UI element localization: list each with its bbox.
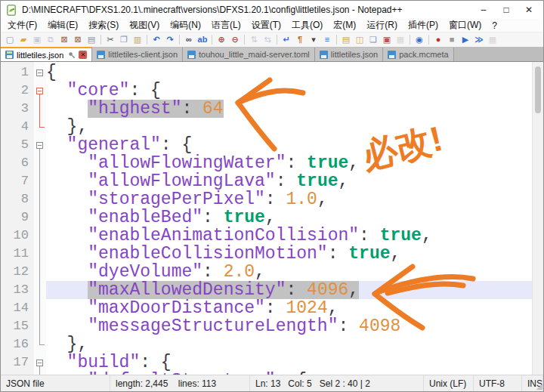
sync-vertical-scroll-icon[interactable]: ⇅ bbox=[248, 33, 260, 46]
cut-icon[interactable]: ✂ bbox=[104, 33, 116, 46]
tab-3[interactable]: littletiles.json bbox=[315, 48, 383, 61]
fold-marker[interactable] bbox=[34, 208, 46, 227]
zoom-out-icon[interactable]: ⊖ bbox=[229, 33, 241, 46]
code-line-17[interactable]: 17 "build": { bbox=[1, 353, 533, 372]
paste-icon[interactable]: ▥ bbox=[131, 33, 144, 46]
menu-item-0[interactable]: 文件(F) bbox=[2, 19, 42, 32]
close-all-icon[interactable]: ⊠ bbox=[72, 33, 84, 46]
document-map-icon[interactable]: ◫ bbox=[354, 33, 366, 46]
fold-collapse-icon[interactable] bbox=[36, 88, 43, 94]
close-tab-icon[interactable]: ✕ bbox=[79, 51, 87, 59]
code-line-5[interactable]: 5 "general": { bbox=[1, 136, 533, 154]
code-line-2[interactable]: 2 "core": { bbox=[1, 82, 533, 100]
menu-item-1[interactable]: 编辑(E) bbox=[42, 19, 83, 32]
scrollbar-thumb[interactable] bbox=[535, 66, 541, 113]
record-macro-icon[interactable]: ● bbox=[432, 33, 444, 46]
code-line-9[interactable]: 9 "enableBed": true, bbox=[1, 208, 533, 227]
pin-icon[interactable] bbox=[68, 51, 76, 59]
code-line-16[interactable]: 16 }, bbox=[1, 335, 533, 353]
save-icon[interactable]: ▣ bbox=[31, 33, 43, 46]
fold-collapse-icon[interactable] bbox=[36, 69, 43, 76]
code-line-8[interactable]: 8 "storagePerPixel": 1.0, bbox=[1, 190, 533, 208]
resize-grip[interactable]: ◢ bbox=[536, 381, 542, 391]
menu-item-11[interactable]: 窗口(W) bbox=[444, 19, 487, 32]
code-line-11[interactable]: 11 "enableCollisionMotion": true, bbox=[1, 245, 533, 263]
tab-2[interactable]: touhou_little_maid-server.toml bbox=[183, 48, 315, 61]
code-line-7[interactable]: 7 "allowFlowingLava": true, bbox=[1, 172, 533, 190]
show-all-characters-icon[interactable]: ¶ bbox=[294, 33, 306, 46]
menu-item-7[interactable]: 工具(O) bbox=[286, 19, 328, 32]
open-folder-icon[interactable]: ▰ bbox=[17, 33, 29, 46]
preview-icon[interactable]: ◉ bbox=[413, 33, 425, 46]
document-list-icon[interactable]: ❏ bbox=[367, 33, 379, 46]
function-list-icon[interactable]: ▤ bbox=[340, 33, 352, 46]
file-monitor-icon[interactable]: ▣ bbox=[381, 33, 393, 46]
redo-icon[interactable]: ↷ bbox=[164, 33, 176, 46]
fold-marker[interactable] bbox=[34, 227, 46, 245]
menu-item-8[interactable]: 宏(M) bbox=[328, 19, 361, 32]
word-wrap-icon[interactable]: ↵ bbox=[280, 33, 292, 46]
fold-marker[interactable] bbox=[34, 63, 46, 82]
dropdown-arrow-icon[interactable]: ▾ bbox=[308, 33, 320, 46]
save-all-icon[interactable]: ⧉ bbox=[45, 33, 57, 46]
sync-horizontal-scroll-icon[interactable]: ⇆ bbox=[261, 33, 274, 46]
menu-item-9[interactable]: 运行(R) bbox=[361, 19, 403, 32]
menu-item-6[interactable]: 设置(T) bbox=[246, 19, 286, 32]
macro-indicator-icon[interactable]: ▦ bbox=[394, 33, 406, 46]
fold-marker[interactable] bbox=[34, 263, 46, 281]
minimize-button[interactable]: – bbox=[472, 1, 495, 19]
code-line-6[interactable]: 6 "allowFlowingWater": true, bbox=[1, 154, 533, 172]
zoom-in-icon[interactable]: ⊕ bbox=[215, 33, 227, 46]
fold-marker[interactable] bbox=[34, 82, 46, 100]
menu-item-10[interactable]: 插件(P) bbox=[403, 19, 444, 32]
tab-0[interactable]: littletiles.json✕ bbox=[1, 47, 92, 61]
code-line-13[interactable]: 13 "maxAllowedDensity": 4096, bbox=[1, 281, 533, 299]
code-area[interactable]: 1{2 "core": {3 "highest": 644 },5 "gener… bbox=[1, 63, 533, 375]
stop-macro-icon[interactable]: ■ bbox=[446, 33, 458, 46]
fold-marker[interactable] bbox=[34, 154, 46, 172]
code-line-4[interactable]: 4 }, bbox=[1, 118, 533, 136]
new-file-icon[interactable]: ▢ bbox=[4, 33, 16, 46]
menu-item-2[interactable]: 搜索(S) bbox=[83, 19, 124, 32]
fold-marker[interactable] bbox=[34, 317, 46, 335]
code-line-10[interactable]: 10 "enableAnimationCollision": true, bbox=[1, 227, 533, 245]
code-line-12[interactable]: 12 "dyeVolume": 2.0, bbox=[1, 263, 533, 281]
fold-marker[interactable] bbox=[34, 299, 46, 317]
copy-icon[interactable]: ❐ bbox=[118, 33, 130, 46]
vertical-scrollbar[interactable] bbox=[532, 62, 543, 375]
menu-item-3[interactable]: 视图(V) bbox=[124, 19, 165, 32]
fold-marker[interactable] bbox=[34, 335, 46, 353]
find-icon[interactable]: ∞ bbox=[183, 33, 195, 46]
fold-marker[interactable] bbox=[34, 172, 46, 190]
maximize-button[interactable]: □ bbox=[495, 1, 518, 19]
code-line-1[interactable]: 1{ bbox=[1, 63, 533, 82]
fold-marker[interactable] bbox=[34, 100, 46, 118]
fold-marker[interactable] bbox=[34, 190, 46, 208]
menu-item-5[interactable]: 语言(L) bbox=[206, 19, 246, 32]
fold-collapse-icon[interactable] bbox=[36, 142, 43, 149]
run-macro-multiple-icon[interactable]: ≫ bbox=[473, 33, 485, 46]
replace-icon[interactable]: ab bbox=[196, 33, 209, 46]
save-macro-icon[interactable]: ▦ bbox=[487, 33, 499, 46]
print-icon[interactable]: ▤ bbox=[85, 33, 97, 46]
fold-collapse-icon[interactable] bbox=[36, 360, 43, 366]
close-file-icon[interactable]: ⊠ bbox=[58, 33, 70, 46]
play-macro-icon[interactable]: ▶ bbox=[459, 33, 471, 46]
code-line-14[interactable]: 14 "maxDoorDistance": 1024, bbox=[1, 299, 533, 317]
fold-marker[interactable] bbox=[34, 118, 46, 136]
menu-item-4[interactable]: 编码(N) bbox=[165, 19, 206, 32]
code-line-15[interactable]: 15 "messageStructureLength": 4098 bbox=[1, 317, 533, 335]
tab-4[interactable]: pack.mcmeta bbox=[383, 48, 453, 61]
fold-marker[interactable] bbox=[34, 281, 46, 299]
undo-icon[interactable]: ↶ bbox=[150, 33, 162, 46]
editor-area[interactable]: 1{2 "core": {3 "highest": 644 },5 "gener… bbox=[1, 62, 543, 375]
indent-guide-icon[interactable]: ≡ bbox=[321, 33, 333, 46]
tab-1[interactable]: littletiles-client.json bbox=[92, 48, 183, 61]
close-button[interactable]: ✕ bbox=[518, 1, 540, 19]
fold-marker[interactable] bbox=[34, 245, 46, 263]
fold-marker[interactable] bbox=[34, 136, 46, 154]
line-number: 1 bbox=[1, 63, 34, 82]
fold-marker[interactable] bbox=[34, 353, 46, 372]
code-line-3[interactable]: 3 "highest": 64 bbox=[1, 100, 533, 118]
menu-item-12[interactable]: ? bbox=[487, 20, 502, 31]
